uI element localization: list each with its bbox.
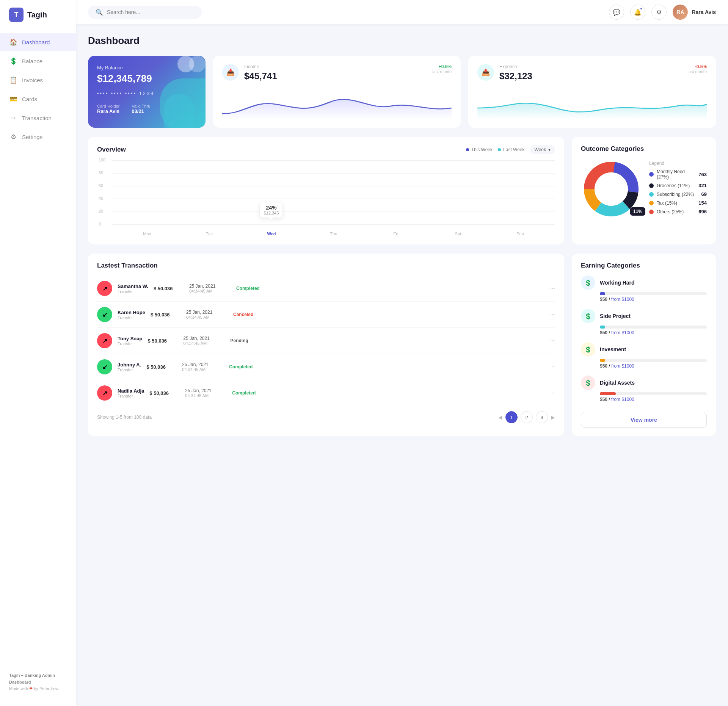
page-button-1[interactable]: 1 xyxy=(505,411,518,423)
earning-bar-fill xyxy=(600,326,605,329)
search-bar[interactable]: 🔍 xyxy=(88,6,202,19)
prev-page-button[interactable]: ◀ xyxy=(498,414,502,420)
income-graph xyxy=(222,97,452,119)
tx-status: Canceled xyxy=(233,312,264,317)
tx-status: Completed xyxy=(229,364,259,369)
sidebar-item-label: Transaction xyxy=(22,115,52,121)
outcome-dot xyxy=(649,210,654,214)
user-profile[interactable]: RA Rara Avis xyxy=(673,5,716,20)
list-item: 💲 Side Project $50 / from $1000 xyxy=(581,309,707,335)
main-content: 🔍 💬 🔔 ⚙ RA Rara Avis Dashboard xyxy=(76,0,728,706)
avatar: RA xyxy=(673,5,688,20)
page-title: Dashboard xyxy=(88,35,716,47)
page-button-3[interactable]: 3 xyxy=(536,411,548,423)
next-page-button[interactable]: ▶ xyxy=(551,414,555,420)
sidebar-item-cards[interactable]: 💳 Cards xyxy=(0,90,76,108)
expense-icon: 📤 xyxy=(477,64,494,81)
expense-change-area: -0.5% last month xyxy=(687,64,707,74)
legend-dot-last-week xyxy=(498,148,501,151)
legend-last-week: Last Week xyxy=(498,147,524,152)
x-label: Tue xyxy=(178,232,240,236)
tx-name-area: Nadila Adja Transfer xyxy=(118,388,144,398)
earning-total: from $1000 xyxy=(611,330,634,335)
bottom-row: Lastest Transaction ↗ Samantha W. Transf… xyxy=(88,254,716,436)
expense-card: 📤 Expense $32,123 -0.5% last month xyxy=(468,56,716,128)
view-more-button[interactable]: View more xyxy=(581,412,707,428)
tx-menu-button[interactable]: ··· xyxy=(550,363,555,370)
dollar-icon: 💲 xyxy=(9,57,17,65)
card-number-dots: •••• •••• •••• 1234 xyxy=(97,91,196,96)
stats-row: My Balance $12,345,789 •••• •••• •••• 12… xyxy=(88,56,716,128)
outcome-name: Subscribing (22%) xyxy=(657,192,698,197)
settings-button[interactable]: ⚙ xyxy=(651,5,667,20)
income-top: 📥 Income $45,741 +0.5% last month xyxy=(222,64,452,81)
earning-bar-fill xyxy=(600,292,605,295)
sidebar-item-label: Dashboard xyxy=(22,39,50,45)
earning-icon: 💲 xyxy=(581,342,595,357)
invoice-icon: 📋 xyxy=(9,76,17,84)
svg-point-5 xyxy=(595,172,628,206)
sidebar-item-settings[interactable]: ⚙ Settings xyxy=(0,128,76,146)
tx-name: Karen Hope xyxy=(118,310,145,315)
earning-bar-bg xyxy=(600,392,707,395)
tx-menu-button[interactable]: ··· xyxy=(550,337,555,344)
outcome-dot xyxy=(649,183,654,188)
tx-type: Transfer xyxy=(118,394,144,398)
tx-date: 25 Jan, 2021 xyxy=(182,362,224,367)
earning-name: Digital Assets xyxy=(600,380,635,386)
tx-name: Nadila Adja xyxy=(118,388,144,394)
tx-type: Transfer xyxy=(118,368,141,372)
tx-time: 04:34:45 AM xyxy=(182,367,224,372)
overview-card: Overview This Week Last Week Week ▾ xyxy=(88,137,564,244)
earning-total: from $1000 xyxy=(611,297,634,302)
outcome-dot xyxy=(649,201,654,205)
earning-bar-fill xyxy=(600,359,605,362)
earning-icon: 💲 xyxy=(581,376,595,390)
expense-top: 📤 Expense $32,123 -0.5% last month xyxy=(477,64,707,81)
earning-amounts: $50 / from $1000 xyxy=(600,330,707,335)
income-info: Income $45,741 xyxy=(244,64,427,81)
earning-name: Working Hard xyxy=(600,280,635,286)
tx-menu-button[interactable]: ··· xyxy=(550,285,555,292)
tx-date-area: 25 Jan, 2021 04:34:45 AM xyxy=(183,336,225,346)
earning-icon: 💲 xyxy=(581,309,595,323)
earning-amounts: $50 / from $1000 xyxy=(600,397,707,402)
table-row: ↗ Tony Soap Transfer $ 50,036 25 Jan, 20… xyxy=(97,328,555,354)
outcome-value: 696 xyxy=(698,209,707,214)
tx-time: 04:34:45 AM xyxy=(185,393,227,398)
earning-top: 💲 Working Hard xyxy=(581,276,707,290)
sidebar-item-transaction[interactable]: ↔ Transaction xyxy=(0,109,76,127)
logo-icon: T xyxy=(9,8,24,22)
logo-area[interactable]: T Tagih xyxy=(0,8,76,33)
middle-row: Overview This Week Last Week Week ▾ xyxy=(88,137,716,244)
tx-name-area: Karen Hope Transfer xyxy=(118,310,145,320)
outcome-title: Outcome Categories xyxy=(581,145,644,153)
tx-date: 25 Jan, 2021 xyxy=(186,310,228,315)
tx-name-area: Tony Soap Transfer xyxy=(118,336,142,346)
home-icon: 🏠 xyxy=(9,38,17,46)
tx-status: Completed xyxy=(232,390,262,396)
outcome-name: Others (25%) xyxy=(657,209,695,214)
tx-menu-button[interactable]: ··· xyxy=(550,390,555,396)
legend-this-week: This Week xyxy=(466,147,493,152)
tx-date-area: 25 Jan, 2021 04:34:45 AM xyxy=(182,362,224,372)
sidebar-item-dashboard[interactable]: 🏠 Dashboard xyxy=(0,33,76,51)
x-label: Sat xyxy=(427,232,489,236)
sidebar-item-invoices[interactable]: 📋 Invoices xyxy=(0,71,76,89)
page-button-2[interactable]: 2 xyxy=(521,411,533,423)
outcome-name: Groceries (11%) xyxy=(657,183,695,188)
earning-total: from $1000 xyxy=(611,363,634,369)
sidebar-item-balance[interactable]: 💲 Balance xyxy=(0,52,76,70)
earning-title: Earning Categories xyxy=(581,262,640,269)
tx-title: Lastest Transaction xyxy=(97,262,158,269)
search-input[interactable] xyxy=(107,9,194,15)
week-selector[interactable]: Week ▾ xyxy=(530,145,555,154)
tx-header: Lastest Transaction xyxy=(97,262,555,269)
message-button[interactable]: 💬 xyxy=(609,5,624,20)
tx-menu-button[interactable]: ··· xyxy=(550,311,555,318)
income-icon: 📥 xyxy=(222,64,239,81)
decorative-teal-shape-2 xyxy=(164,94,194,128)
tx-date: 25 Jan, 2021 xyxy=(185,388,227,393)
notification-button[interactable]: 🔔 xyxy=(630,5,645,20)
transaction-card: Lastest Transaction ↗ Samantha W. Transf… xyxy=(88,254,564,436)
